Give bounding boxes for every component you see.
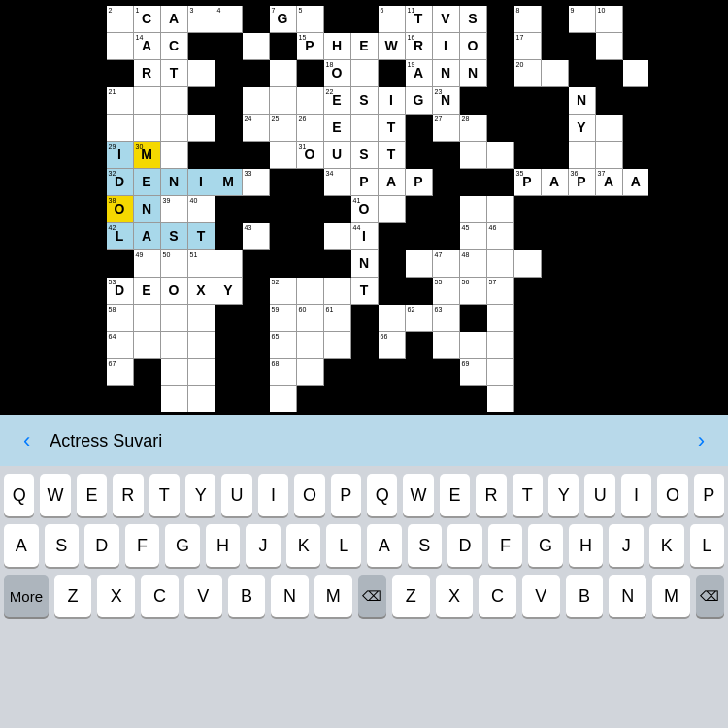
grid-cell[interactable] <box>541 249 568 277</box>
grid-cell[interactable] <box>405 358 432 385</box>
grid-cell[interactable]: 38O <box>106 195 133 222</box>
grid-cell[interactable] <box>595 59 622 86</box>
grid-cell[interactable] <box>622 32 649 59</box>
grid-cell[interactable] <box>323 222 350 249</box>
grid-cell[interactable] <box>541 114 568 141</box>
grid-cell[interactable] <box>160 331 187 358</box>
grid-cell[interactable]: 40 <box>187 195 215 222</box>
key-q[interactable]: Q <box>4 474 34 516</box>
key-m[interactable]: M <box>652 575 690 617</box>
grid-cell[interactable]: 44I <box>350 222 378 249</box>
grid-cell[interactable] <box>79 195 106 222</box>
key-l[interactable]: L <box>326 524 361 567</box>
grid-cell[interactable]: T <box>378 141 405 168</box>
grid-cell[interactable]: 10 <box>595 5 622 32</box>
grid-cell[interactable] <box>160 385 187 413</box>
grid-cell[interactable] <box>541 141 568 168</box>
grid-cell[interactable] <box>269 249 296 277</box>
grid-cell[interactable]: E <box>133 168 160 195</box>
grid-cell[interactable] <box>486 141 513 168</box>
grid-cell[interactable] <box>215 222 242 249</box>
grid-cell[interactable] <box>595 195 622 222</box>
grid-cell[interactable]: 33 <box>242 168 269 195</box>
grid-cell[interactable]: E <box>323 114 350 141</box>
grid-cell[interactable] <box>568 331 595 358</box>
grid-cell[interactable]: 9 <box>568 5 595 32</box>
grid-cell[interactable]: 62 <box>405 304 432 331</box>
grid-cell[interactable]: 16R <box>405 32 432 59</box>
grid-cell[interactable] <box>323 277 350 304</box>
grid-cell[interactable] <box>350 385 378 413</box>
grid-cell[interactable]: 25 <box>269 114 296 141</box>
grid-cell[interactable] <box>622 385 649 413</box>
grid-cell[interactable] <box>187 358 215 385</box>
grid-cell[interactable] <box>378 385 405 413</box>
grid-cell[interactable] <box>405 114 432 141</box>
grid-cell[interactable] <box>622 304 649 331</box>
grid-cell[interactable] <box>432 222 459 249</box>
grid-cell[interactable] <box>568 358 595 385</box>
clue-next-button[interactable]: › <box>690 424 712 457</box>
grid-cell[interactable] <box>541 86 568 114</box>
grid-cell[interactable]: 19A <box>405 59 432 86</box>
grid-cell[interactable] <box>541 222 568 249</box>
grid-cell[interactable] <box>269 32 296 59</box>
grid-cell[interactable] <box>486 32 513 59</box>
grid-cell[interactable]: E <box>133 277 160 304</box>
grid-cell[interactable] <box>215 385 242 413</box>
key-c[interactable]: C <box>479 575 516 617</box>
key-z[interactable]: Z <box>54 575 92 617</box>
grid-cell[interactable] <box>242 59 269 86</box>
grid-cell[interactable]: 15P <box>296 32 323 59</box>
key-p[interactable]: P <box>331 474 361 516</box>
grid-cell[interactable] <box>595 222 622 249</box>
key-d[interactable]: D <box>84 524 119 567</box>
grid-cell[interactable] <box>595 385 622 413</box>
grid-cell[interactable]: 50 <box>160 249 187 277</box>
grid-cell[interactable] <box>432 195 459 222</box>
grid-cell[interactable] <box>323 358 350 385</box>
grid-cell[interactable]: 42L <box>106 222 133 249</box>
grid-cell[interactable] <box>133 304 160 331</box>
grid-cell[interactable] <box>486 195 513 222</box>
key-j[interactable]: J <box>246 524 281 567</box>
key-p[interactable]: P <box>694 474 724 516</box>
grid-cell[interactable] <box>622 86 649 114</box>
grid-cell[interactable] <box>215 249 242 277</box>
grid-cell[interactable]: A <box>160 5 187 32</box>
grid-cell[interactable] <box>541 304 568 331</box>
grid-cell[interactable]: 43 <box>242 222 269 249</box>
grid-cell[interactable] <box>269 222 296 249</box>
grid-cell[interactable]: T <box>160 59 187 86</box>
grid-cell[interactable] <box>405 331 432 358</box>
grid-cell[interactable]: Y <box>568 114 595 141</box>
grid-cell[interactable] <box>622 277 649 304</box>
grid-cell[interactable]: 24 <box>242 114 269 141</box>
grid-cell[interactable] <box>79 141 106 168</box>
grid-cell[interactable]: 46 <box>486 222 513 249</box>
key-g[interactable]: G <box>165 524 200 567</box>
grid-cell[interactable] <box>79 277 106 304</box>
grid-cell[interactable]: U <box>323 141 350 168</box>
grid-cell[interactable] <box>595 32 622 59</box>
grid-cell[interactable] <box>513 277 541 304</box>
grid-cell[interactable] <box>79 114 106 141</box>
key-q[interactable]: Q <box>367 474 397 516</box>
grid-cell[interactable] <box>486 86 513 114</box>
grid-cell[interactable]: 51 <box>187 249 215 277</box>
grid-cell[interactable] <box>323 385 350 413</box>
grid-cell[interactable]: S <box>350 141 378 168</box>
grid-cell[interactable] <box>568 385 595 413</box>
grid-cell[interactable] <box>215 59 242 86</box>
grid-cell[interactable] <box>486 5 513 32</box>
key-o[interactable]: O <box>294 474 324 516</box>
grid-cell[interactable]: 3 <box>187 5 215 32</box>
grid-cell[interactable] <box>513 114 541 141</box>
grid-cell[interactable] <box>568 222 595 249</box>
more-key[interactable]: More <box>4 575 49 617</box>
grid-cell[interactable] <box>242 331 269 358</box>
grid-cell[interactable] <box>215 358 242 385</box>
grid-cell[interactable] <box>568 59 595 86</box>
clue-prev-button[interactable]: ‹ <box>16 424 38 457</box>
grid-cell[interactable] <box>595 304 622 331</box>
